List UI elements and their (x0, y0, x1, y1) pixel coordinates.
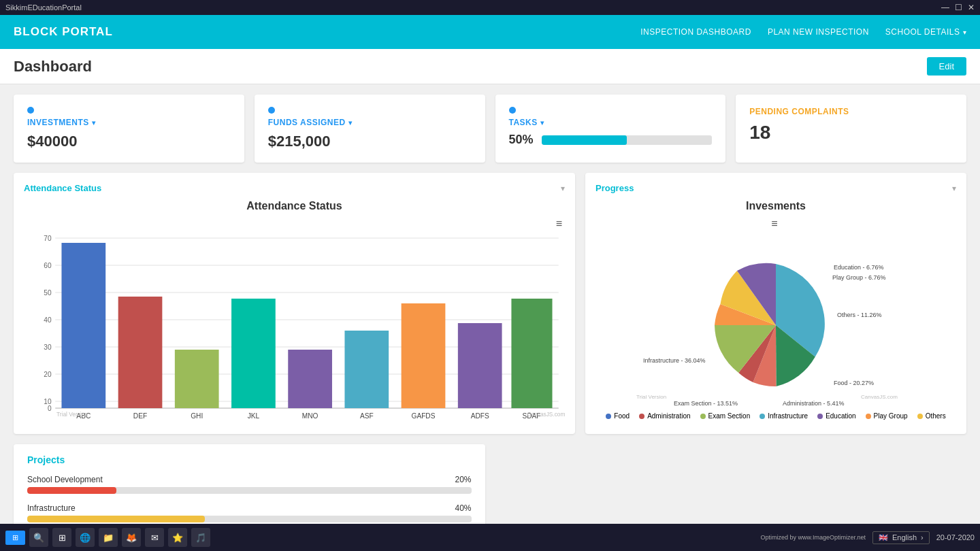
svg-text:40: 40 (44, 316, 51, 324)
legend-admin-dot (639, 414, 644, 419)
progress-chart-header: Progress ▾ (595, 183, 956, 193)
svg-text:ASF: ASF (360, 412, 374, 420)
investments-dot (27, 107, 34, 114)
navbar: BLOCK PORTAL INSPECTION DASHBOARD PLAN N… (0, 15, 980, 49)
legend-others-label: Others (926, 412, 946, 420)
attendance-dropdown-arrow[interactable]: ▾ (561, 184, 565, 193)
taskbar-search-icon[interactable]: 🔍 (29, 528, 48, 547)
project-infra-row: Infrastructure 40% (27, 503, 472, 513)
project-infra-name: Infrastructure (27, 503, 76, 513)
taskbar-left: ⊞ 🔍 ⊞ 🌐 📁 🦊 ✉ ⭐ 🎵 (5, 528, 210, 547)
svg-rect-26 (344, 331, 389, 408)
legend-infra-label: Infrastructure (768, 412, 808, 420)
legend-admin: Administration (639, 412, 690, 420)
project-school-bar-container (27, 487, 472, 494)
svg-text:JKL: JKL (248, 412, 260, 420)
attendance-chart-card: Attendance Status ▾ Attendance Status ≡ (14, 173, 575, 434)
taskbar-star-icon[interactable]: ⭐ (168, 528, 187, 547)
flag-icon: 🇬🇧 (879, 533, 888, 542)
funds-label[interactable]: FUNDS ASSIGNED (268, 118, 472, 127)
svg-text:50: 50 (44, 288, 51, 297)
tasks-card: TASKS 50% (495, 95, 726, 163)
attendance-chart-header: Attendance Status ▾ (24, 183, 565, 193)
tasks-label[interactable]: TASKS (509, 118, 713, 127)
app-title: SikkimEDucationPortal (5, 3, 82, 12)
svg-text:DEF: DEF (133, 412, 148, 420)
svg-text:MNO: MNO (302, 412, 318, 420)
project-infra-percent: 40% (455, 503, 471, 513)
optimized-watermark: Optimized by www.ImageOptimizer.net (760, 534, 866, 541)
svg-text:CanvasJS.com: CanvasJS.com (861, 394, 898, 400)
svg-rect-30 (458, 323, 502, 408)
legend-infra-dot (760, 414, 765, 419)
legend-education: Education (817, 412, 855, 420)
legend-education-dot (817, 414, 823, 419)
legend-admin-label: Administration (647, 412, 690, 420)
funds-dot (268, 107, 275, 114)
taskbar-browser-icon[interactable]: 🌐 (76, 528, 95, 547)
language-selector[interactable]: 🇬🇧 English › (872, 531, 930, 544)
investments-value: $40000 (27, 133, 231, 150)
svg-text:20: 20 (44, 370, 51, 378)
progress-chart-card: Progress ▾ Invesments ≡ (585, 173, 966, 434)
svg-text:Play Group - 6.76%: Play Group - 6.76% (832, 274, 886, 281)
pending-complaints-label: PENDING COMPLAINTS (749, 107, 953, 116)
start-button[interactable]: ⊞ (5, 531, 25, 545)
projects-title: Projects (27, 454, 472, 465)
legend-exam-dot (700, 414, 706, 419)
legend-education-label: Education (826, 412, 855, 420)
legend-others: Others (917, 412, 946, 420)
edit-button[interactable]: Edit (927, 57, 966, 76)
legend-food-label: Food (614, 412, 630, 420)
investments-card: INVESTMENTS $40000 (14, 95, 244, 163)
project-item-school: School Development 20% (27, 475, 472, 494)
window-controls[interactable]: — ☐ ✕ (941, 3, 975, 12)
legend-playgroup-dot (866, 414, 871, 419)
funds-card: FUNDS ASSIGNED $215,000 (255, 95, 485, 163)
project-school-percent: 20% (455, 475, 471, 484)
svg-rect-18 (118, 297, 163, 408)
svg-text:Education - 6.76%: Education - 6.76% (834, 264, 884, 271)
page-header: Dashboard Edit (0, 49, 980, 84)
investments-label[interactable]: INVESTMENTS (27, 118, 231, 127)
pie-chart-svg: Education - 6.76% Play Group - 6.76% Oth… (633, 230, 919, 407)
minimize-btn[interactable]: — (941, 3, 949, 12)
project-infra-bar-container (27, 516, 472, 522)
svg-text:0: 0 (48, 404, 52, 412)
taskbar-grid-icon[interactable]: ⊞ (52, 528, 71, 547)
attendance-chart-title: Attendance Status (24, 200, 565, 212)
legend-infra: Infrastructure (760, 412, 808, 420)
svg-text:Others - 11.26%: Others - 11.26% (837, 312, 882, 318)
taskbar-datetime: 20-07-2020 (936, 533, 975, 541)
close-btn[interactable]: ✕ (968, 3, 975, 12)
progress-dropdown-arrow[interactable]: ▾ (952, 184, 956, 193)
taskbar-right: Optimized by www.ImageOptimizer.net 🇬🇧 E… (760, 531, 975, 544)
svg-text:Trial Version: Trial Version (636, 394, 666, 400)
taskbar-music-icon[interactable]: 🎵 (191, 528, 210, 547)
taskbar-mail-icon[interactable]: ✉ (145, 528, 164, 547)
svg-text:Food - 20.27%: Food - 20.27% (834, 380, 874, 386)
taskbar-firefox-icon[interactable]: 🦊 (122, 528, 141, 547)
attendance-section-label: Attendance Status (24, 183, 101, 193)
project-school-bar (27, 487, 116, 494)
nav-links: INSPECTION DASHBOARD PLAN NEW INSPECTION… (640, 27, 966, 37)
pie-chart-title: Invesments (746, 200, 806, 212)
maximize-btn[interactable]: ☐ (955, 3, 962, 12)
tasks-progress-bar-fill (542, 135, 627, 145)
main-content: INVESTMENTS $40000 FUNDS ASSIGNED $215,0… (0, 84, 980, 551)
taskbar-folder-icon[interactable]: 📁 (99, 528, 118, 547)
svg-rect-20 (175, 350, 219, 408)
legend-playgroup: Play Group (866, 412, 908, 420)
nav-school-details[interactable]: SCHOOL DETAILS (885, 27, 966, 37)
nav-inspection-dashboard[interactable]: INSPECTION DASHBOARD (640, 27, 751, 37)
pending-complaints-card: PENDING COMPLAINTS 18 (736, 95, 966, 163)
svg-text:Infrastructure - 36.04%: Infrastructure - 36.04% (643, 357, 706, 364)
progress-chart-menu[interactable]: ≡ (771, 218, 777, 229)
tasks-progress-row: 50% (509, 133, 713, 147)
attendance-chart-menu[interactable]: ≡ (556, 218, 562, 229)
funds-value: $215,000 (268, 133, 472, 150)
svg-text:CanvasJS.com: CanvasJS.com (527, 411, 565, 418)
nav-plan-inspection[interactable]: PLAN NEW INSPECTION (768, 27, 869, 37)
project-item-infra: Infrastructure 40% (27, 503, 472, 522)
tasks-dot (509, 107, 516, 114)
